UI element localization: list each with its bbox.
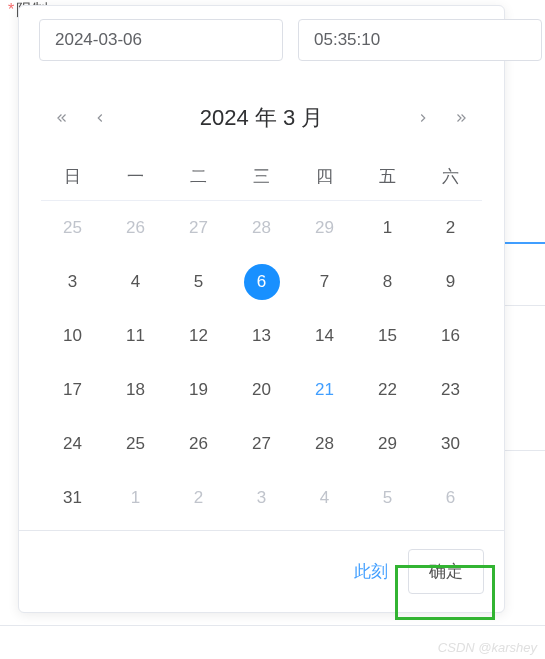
calendar-day[interactable]: 10	[41, 309, 104, 363]
calendar-day[interactable]: 4	[104, 255, 167, 309]
calendar-day[interactable]: 14	[293, 309, 356, 363]
double-chevron-left-icon	[55, 111, 69, 125]
bg-divider	[500, 242, 545, 244]
date-picker-title[interactable]: 2024 年 3 月	[200, 103, 324, 133]
date-input[interactable]	[39, 19, 283, 61]
calendar-day[interactable]: 24	[41, 417, 104, 471]
calendar-day[interactable]: 25	[104, 417, 167, 471]
next-year-button[interactable]	[454, 111, 468, 125]
calendar-day[interactable]: 6	[419, 471, 482, 525]
calendar-day[interactable]: 17	[41, 363, 104, 417]
calendar-day[interactable]: 2	[419, 201, 482, 255]
calendar-day[interactable]: 12	[167, 309, 230, 363]
calendar-day[interactable]: 5	[356, 471, 419, 525]
bg-divider	[500, 450, 545, 451]
next-month-button[interactable]	[416, 111, 430, 125]
weekday-header: 五	[356, 153, 419, 201]
calendar-day[interactable]: 30	[419, 417, 482, 471]
calendar-day[interactable]: 2	[167, 471, 230, 525]
calendar-day[interactable]: 1	[104, 471, 167, 525]
weekday-header: 三	[230, 153, 293, 201]
prev-month-button[interactable]	[93, 111, 107, 125]
time-input[interactable]	[298, 19, 542, 61]
weekday-header: 一	[104, 153, 167, 201]
bg-divider	[500, 305, 545, 306]
calendar-day[interactable]: 15	[356, 309, 419, 363]
calendar-day[interactable]: 29	[356, 417, 419, 471]
calendar-day[interactable]: 3	[230, 471, 293, 525]
chevron-left-icon	[93, 111, 107, 125]
date-picker-footer: 此刻 确定	[19, 530, 504, 612]
now-button[interactable]: 此刻	[354, 560, 388, 583]
calendar-day[interactable]: 26	[167, 417, 230, 471]
date-picker-nav: 2024 年 3 月	[19, 81, 504, 143]
calendar-day[interactable]: 18	[104, 363, 167, 417]
weekday-header: 日	[41, 153, 104, 201]
calendar-day[interactable]: 19	[167, 363, 230, 417]
calendar-day[interactable]: 7	[293, 255, 356, 309]
calendar-day[interactable]: 28	[230, 201, 293, 255]
calendar-day[interactable]: 16	[419, 309, 482, 363]
bg-divider	[0, 625, 545, 626]
calendar-day[interactable]: 31	[41, 471, 104, 525]
calendar-day[interactable]: 29	[293, 201, 356, 255]
calendar-day[interactable]: 6	[230, 255, 293, 309]
calendar-day[interactable]: 8	[356, 255, 419, 309]
calendar-day[interactable]: 26	[104, 201, 167, 255]
calendar-day[interactable]: 28	[293, 417, 356, 471]
calendar-day[interactable]: 23	[419, 363, 482, 417]
date-picker-header	[19, 6, 504, 81]
calendar-day[interactable]: 1	[356, 201, 419, 255]
weekday-header: 二	[167, 153, 230, 201]
calendar-day[interactable]: 27	[167, 201, 230, 255]
date-picker-panel: 2024 年 3 月 日一二三四五六 252627282912345678910…	[18, 5, 505, 613]
calendar-table: 日一二三四五六 25262728291234567891011121314151…	[19, 143, 504, 530]
weekday-header: 六	[419, 153, 482, 201]
calendar-day[interactable]: 27	[230, 417, 293, 471]
weekday-header: 四	[293, 153, 356, 201]
calendar-day[interactable]: 20	[230, 363, 293, 417]
confirm-button[interactable]: 确定	[408, 549, 484, 594]
calendar-day[interactable]: 9	[419, 255, 482, 309]
double-chevron-right-icon	[454, 111, 468, 125]
calendar-day[interactable]: 13	[230, 309, 293, 363]
watermark: CSDN @karshey	[438, 640, 537, 655]
calendar-day[interactable]: 11	[104, 309, 167, 363]
calendar-day[interactable]: 21	[293, 363, 356, 417]
calendar-day[interactable]: 22	[356, 363, 419, 417]
calendar-day[interactable]: 4	[293, 471, 356, 525]
chevron-right-icon	[416, 111, 430, 125]
prev-year-button[interactable]	[55, 111, 69, 125]
calendar-day[interactable]: 5	[167, 255, 230, 309]
calendar-day[interactable]: 3	[41, 255, 104, 309]
calendar-day[interactable]: 25	[41, 201, 104, 255]
